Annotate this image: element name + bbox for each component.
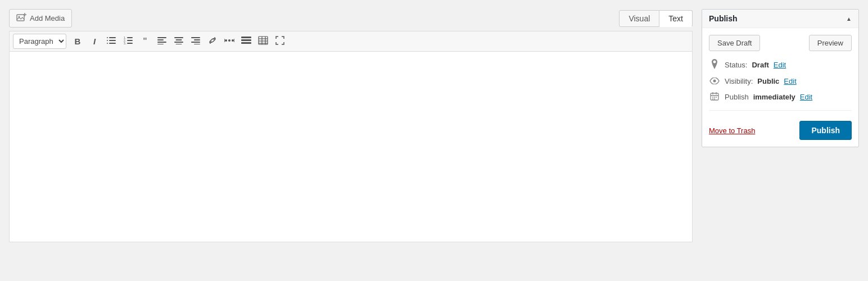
publish-collapse-icon[interactable]: ▲ [846, 16, 852, 22]
publish-meta: Status: Draft Edit Visibility: Public Ed… [709, 59, 852, 111]
publish-header: Publish ▲ [702, 10, 858, 28]
svg-point-30 [232, 39, 234, 42]
align-right-icon [191, 37, 200, 46]
svg-rect-7 [109, 40, 116, 41]
svg-point-28 [225, 39, 227, 42]
unordered-list-icon [107, 37, 116, 46]
svg-rect-19 [157, 44, 164, 44]
bold-icon: B [75, 37, 81, 46]
ordered-list-icon: 1.2.3. [124, 37, 133, 46]
toolbar-toggle-icon [241, 37, 251, 46]
status-row: Status: Draft Edit [709, 59, 852, 71]
svg-text:3.: 3. [124, 42, 126, 44]
svg-rect-17 [157, 39, 164, 40]
svg-rect-26 [191, 42, 200, 43]
svg-rect-9 [109, 43, 116, 44]
blockquote-icon: " [143, 37, 147, 47]
svg-rect-8 [107, 43, 108, 44]
bold-button[interactable]: B [70, 34, 85, 49]
svg-rect-18 [157, 42, 166, 43]
svg-rect-11 [127, 37, 133, 38]
svg-point-42 [713, 80, 716, 83]
svg-rect-20 [174, 37, 183, 38]
more-tag-button[interactable] [221, 34, 237, 49]
status-edit-link[interactable]: Edit [774, 61, 786, 69]
format-select[interactable]: Paragraph Heading 1 Heading 2 Heading 3 [13, 34, 66, 49]
svg-rect-4 [107, 37, 108, 38]
svg-rect-5 [109, 37, 116, 38]
publish-time-value: immediately [753, 93, 795, 101]
align-center-icon [174, 37, 183, 46]
align-right-button[interactable] [188, 34, 204, 49]
align-left-icon [157, 37, 166, 46]
publish-header-title: Publish [709, 14, 738, 23]
table-icon [258, 36, 268, 47]
status-label: Status: [725, 61, 747, 69]
svg-rect-25 [194, 39, 200, 40]
svg-rect-16 [157, 37, 166, 38]
tab-visual[interactable]: Visual [619, 10, 659, 27]
save-draft-button[interactable]: Save Draft [709, 35, 760, 51]
blockquote-button[interactable]: " [137, 34, 153, 49]
sidebar: Publish ▲ Save Draft Preview [702, 9, 859, 147]
ordered-list-button[interactable]: 1.2.3. [120, 34, 136, 49]
italic-icon: I [93, 37, 96, 46]
svg-rect-27 [194, 44, 200, 44]
svg-point-29 [228, 39, 230, 42]
add-media-icon [16, 13, 26, 24]
publish-time-edit-link[interactable]: Edit [800, 93, 812, 101]
svg-rect-13 [127, 40, 133, 41]
publish-footer: Move to Trash Publish [709, 119, 852, 140]
visibility-row: Visibility: Public Edit [709, 76, 852, 86]
align-left-button[interactable] [154, 34, 170, 49]
add-media-label: Add Media [30, 14, 65, 22]
fullscreen-icon [275, 36, 284, 47]
link-button[interactable] [205, 34, 220, 49]
svg-rect-6 [107, 40, 108, 41]
publish-box: Publish ▲ Save Draft Preview [702, 9, 859, 147]
editor-top-bar: Add Media Visual Text [9, 9, 693, 28]
status-value: Draft [752, 61, 768, 69]
fullscreen-button[interactable] [272, 34, 288, 49]
svg-rect-22 [174, 42, 183, 43]
publish-actions: Save Draft Preview [709, 35, 852, 51]
svg-rect-33 [241, 37, 251, 38]
preview-button[interactable]: Preview [809, 35, 852, 51]
tab-text[interactable]: Text [659, 10, 693, 27]
italic-button[interactable]: I [87, 34, 102, 49]
unordered-list-button[interactable] [103, 34, 119, 49]
svg-rect-35 [241, 42, 251, 44]
more-tag-icon [224, 37, 234, 46]
visibility-value: Public [757, 77, 779, 85]
publish-time-label: Publish [725, 93, 749, 101]
visibility-edit-link[interactable]: Edit [784, 77, 796, 85]
toolbar-toggle-button[interactable] [238, 34, 254, 49]
schedule-icon [709, 92, 720, 102]
publish-time-row: Publish immediately Edit [709, 92, 852, 102]
svg-rect-15 [127, 43, 133, 44]
align-center-button[interactable] [171, 34, 187, 49]
svg-rect-34 [241, 39, 251, 41]
publish-button[interactable]: Publish [799, 121, 852, 140]
svg-rect-24 [191, 37, 200, 38]
visibility-icon [709, 76, 720, 86]
add-media-button[interactable]: Add Media [9, 9, 72, 28]
svg-rect-23 [176, 44, 182, 44]
svg-rect-21 [176, 39, 182, 40]
publish-body: Save Draft Preview Status: Draft Edit [702, 28, 858, 147]
editor-area: Add Media Visual Text Paragraph Heading … [9, 9, 693, 242]
status-icon [709, 59, 720, 71]
visibility-label: Visibility: [725, 77, 753, 85]
move-to-trash-link[interactable]: Move to Trash [709, 126, 755, 135]
editor-content[interactable] [9, 51, 693, 242]
link-icon [208, 37, 217, 46]
editor-toolbar: Paragraph Heading 1 Heading 2 Heading 3 … [9, 31, 693, 51]
view-tabs: Visual Text [619, 10, 693, 27]
table-button[interactable] [255, 34, 271, 49]
